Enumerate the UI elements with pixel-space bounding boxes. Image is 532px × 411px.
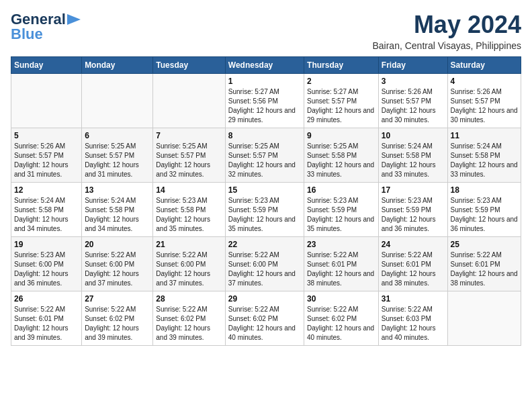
- table-cell: 7Sunrise: 5:25 AM Sunset: 5:57 PM Daylig…: [153, 128, 225, 183]
- week-row-4: 26Sunrise: 5:22 AM Sunset: 6:01 PM Dayli…: [11, 291, 521, 346]
- day-number: 10: [382, 131, 445, 140]
- table-cell: 5Sunrise: 5:26 AM Sunset: 5:57 PM Daylig…: [11, 128, 82, 183]
- day-info: Sunrise: 5:22 AM Sunset: 6:00 PM Dayligh…: [85, 250, 150, 288]
- table-cell: 20Sunrise: 5:22 AM Sunset: 6:00 PM Dayli…: [82, 237, 153, 291]
- week-row-0: 1Sunrise: 5:27 AM Sunset: 5:56 PM Daylig…: [11, 74, 521, 128]
- svg-marker-0: [67, 14, 81, 25]
- week-row-2: 12Sunrise: 5:24 AM Sunset: 5:58 PM Dayli…: [11, 183, 521, 237]
- table-cell: 9Sunrise: 5:25 AM Sunset: 5:58 PM Daylig…: [304, 128, 379, 183]
- day-info: Sunrise: 5:22 AM Sunset: 6:02 PM Dayligh…: [156, 305, 222, 342]
- day-info: Sunrise: 5:27 AM Sunset: 5:57 PM Dayligh…: [307, 87, 375, 125]
- table-cell: 23Sunrise: 5:22 AM Sunset: 6:01 PM Dayli…: [304, 237, 379, 291]
- day-number: 9: [307, 131, 375, 140]
- day-info: Sunrise: 5:22 AM Sunset: 6:02 PM Dayligh…: [228, 305, 301, 342]
- table-cell: 26Sunrise: 5:22 AM Sunset: 6:01 PM Dayli…: [11, 291, 82, 346]
- table-cell: 3Sunrise: 5:26 AM Sunset: 5:57 PM Daylig…: [378, 74, 447, 128]
- logo: General Blue: [11, 11, 81, 43]
- day-number: 7: [156, 131, 222, 140]
- day-number: 6: [85, 131, 150, 140]
- day-info: Sunrise: 5:23 AM Sunset: 5:59 PM Dayligh…: [228, 196, 301, 234]
- table-cell: 12Sunrise: 5:24 AM Sunset: 5:58 PM Dayli…: [11, 183, 82, 237]
- table-cell: 1Sunrise: 5:27 AM Sunset: 5:56 PM Daylig…: [225, 74, 304, 128]
- day-info: Sunrise: 5:22 AM Sunset: 6:01 PM Dayligh…: [451, 250, 518, 288]
- day-number: 30: [307, 294, 375, 304]
- day-info: Sunrise: 5:22 AM Sunset: 6:02 PM Dayligh…: [307, 305, 375, 342]
- day-number: 15: [228, 185, 301, 195]
- header-saturday: Saturday: [447, 57, 521, 74]
- day-number: 24: [382, 240, 445, 249]
- day-info: Sunrise: 5:22 AM Sunset: 6:01 PM Dayligh…: [14, 305, 79, 342]
- table-cell: 15Sunrise: 5:23 AM Sunset: 5:59 PM Dayli…: [225, 183, 304, 237]
- table-cell: 16Sunrise: 5:23 AM Sunset: 5:59 PM Dayli…: [304, 183, 379, 237]
- day-number: 22: [228, 240, 301, 249]
- table-cell: 18Sunrise: 5:23 AM Sunset: 5:59 PM Dayli…: [447, 183, 521, 237]
- location: Bairan, Central Visayas, Philippines: [372, 40, 521, 51]
- day-number: 1: [228, 77, 301, 86]
- day-number: 5: [14, 131, 79, 140]
- day-number: 8: [228, 131, 301, 140]
- day-info: Sunrise: 5:25 AM Sunset: 5:58 PM Dayligh…: [307, 142, 375, 179]
- day-info: Sunrise: 5:26 AM Sunset: 5:57 PM Dayligh…: [14, 142, 79, 179]
- day-number: 21: [156, 240, 222, 249]
- day-info: Sunrise: 5:22 AM Sunset: 6:00 PM Dayligh…: [228, 250, 301, 288]
- table-cell: [82, 74, 153, 128]
- table-cell: 14Sunrise: 5:23 AM Sunset: 5:58 PM Dayli…: [153, 183, 225, 237]
- calendar-table: Sunday Monday Tuesday Wednesday Thursday…: [11, 56, 521, 346]
- day-number: 14: [156, 185, 222, 195]
- week-row-3: 19Sunrise: 5:23 AM Sunset: 6:00 PM Dayli…: [11, 237, 521, 291]
- day-number: 3: [382, 77, 445, 86]
- day-info: Sunrise: 5:23 AM Sunset: 5:59 PM Dayligh…: [382, 196, 445, 234]
- day-number: 11: [451, 131, 518, 140]
- table-cell: [447, 291, 521, 346]
- week-row-1: 5Sunrise: 5:26 AM Sunset: 5:57 PM Daylig…: [11, 128, 521, 183]
- table-cell: 4Sunrise: 5:26 AM Sunset: 5:57 PM Daylig…: [447, 74, 521, 128]
- table-cell: 27Sunrise: 5:22 AM Sunset: 6:02 PM Dayli…: [82, 291, 153, 346]
- day-number: 2: [307, 77, 375, 86]
- table-cell: 13Sunrise: 5:24 AM Sunset: 5:58 PM Dayli…: [82, 183, 153, 237]
- month-title: May 2024: [372, 11, 521, 39]
- logo-blue: Blue: [11, 26, 43, 43]
- day-info: Sunrise: 5:24 AM Sunset: 5:58 PM Dayligh…: [14, 196, 79, 234]
- day-number: 20: [85, 240, 150, 249]
- table-cell: 10Sunrise: 5:24 AM Sunset: 5:58 PM Dayli…: [378, 128, 447, 183]
- table-cell: 8Sunrise: 5:25 AM Sunset: 5:57 PM Daylig…: [225, 128, 304, 183]
- day-info: Sunrise: 5:23 AM Sunset: 5:58 PM Dayligh…: [156, 196, 222, 234]
- day-info: Sunrise: 5:25 AM Sunset: 5:57 PM Dayligh…: [228, 142, 301, 179]
- day-info: Sunrise: 5:23 AM Sunset: 5:59 PM Dayligh…: [307, 196, 375, 234]
- day-number: 18: [451, 185, 518, 195]
- day-number: 31: [382, 294, 445, 304]
- day-info: Sunrise: 5:24 AM Sunset: 5:58 PM Dayligh…: [451, 142, 518, 179]
- day-info: Sunrise: 5:26 AM Sunset: 5:57 PM Dayligh…: [382, 87, 445, 125]
- day-number: 25: [451, 240, 518, 249]
- day-info: Sunrise: 5:22 AM Sunset: 6:01 PM Dayligh…: [382, 250, 445, 288]
- header-row: Sunday Monday Tuesday Wednesday Thursday…: [11, 57, 521, 74]
- table-cell: 22Sunrise: 5:22 AM Sunset: 6:00 PM Dayli…: [225, 237, 304, 291]
- logo-arrow-icon: [67, 14, 81, 25]
- table-cell: 31Sunrise: 5:22 AM Sunset: 6:03 PM Dayli…: [378, 291, 447, 346]
- table-cell: 24Sunrise: 5:22 AM Sunset: 6:01 PM Dayli…: [378, 237, 447, 291]
- title-block: May 2024 Bairan, Central Visayas, Philip…: [372, 11, 521, 51]
- header-tuesday: Tuesday: [153, 57, 225, 74]
- day-info: Sunrise: 5:27 AM Sunset: 5:56 PM Dayligh…: [228, 87, 301, 125]
- day-number: 12: [14, 185, 79, 195]
- table-cell: [153, 74, 225, 128]
- day-info: Sunrise: 5:25 AM Sunset: 5:57 PM Dayligh…: [85, 142, 150, 179]
- day-number: 28: [156, 294, 222, 304]
- day-info: Sunrise: 5:24 AM Sunset: 5:58 PM Dayligh…: [85, 196, 150, 234]
- day-number: 19: [14, 240, 79, 249]
- day-info: Sunrise: 5:22 AM Sunset: 6:00 PM Dayligh…: [156, 250, 222, 288]
- table-cell: 6Sunrise: 5:25 AM Sunset: 5:57 PM Daylig…: [82, 128, 153, 183]
- header-monday: Monday: [82, 57, 153, 74]
- day-info: Sunrise: 5:23 AM Sunset: 6:00 PM Dayligh…: [14, 250, 79, 288]
- header-wednesday: Wednesday: [225, 57, 304, 74]
- day-number: 26: [14, 294, 79, 304]
- day-number: 13: [85, 185, 150, 195]
- table-cell: 25Sunrise: 5:22 AM Sunset: 6:01 PM Dayli…: [447, 237, 521, 291]
- table-cell: 28Sunrise: 5:22 AM Sunset: 6:02 PM Dayli…: [153, 291, 225, 346]
- day-info: Sunrise: 5:22 AM Sunset: 6:01 PM Dayligh…: [307, 250, 375, 288]
- table-cell: 2Sunrise: 5:27 AM Sunset: 5:57 PM Daylig…: [304, 74, 379, 128]
- table-cell: 29Sunrise: 5:22 AM Sunset: 6:02 PM Dayli…: [225, 291, 304, 346]
- header-sunday: Sunday: [11, 57, 82, 74]
- day-info: Sunrise: 5:26 AM Sunset: 5:57 PM Dayligh…: [451, 87, 518, 125]
- table-cell: 11Sunrise: 5:24 AM Sunset: 5:58 PM Dayli…: [447, 128, 521, 183]
